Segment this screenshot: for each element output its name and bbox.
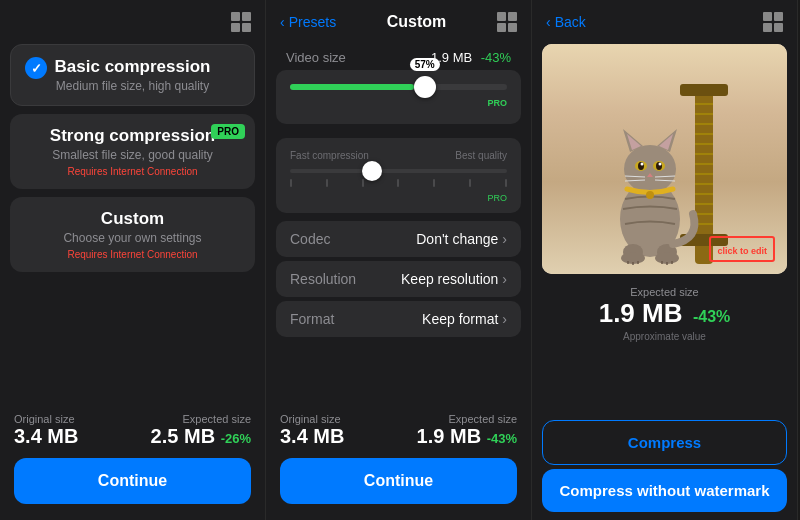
- svg-point-26: [640, 163, 643, 166]
- original-size-value: 3.4 MB: [14, 425, 78, 448]
- panel2-continue-button[interactable]: Continue: [280, 458, 517, 504]
- compress-button[interactable]: Compress: [542, 420, 787, 465]
- quality-track: [290, 169, 507, 173]
- strong-title: Strong compression: [24, 126, 241, 146]
- format-chevron: ›: [502, 311, 507, 327]
- format-row[interactable]: Format Keep format ›: [276, 301, 521, 337]
- resolution-label: Resolution: [290, 271, 356, 287]
- panel2-bottom: Original size 3.4 MB Expected size 1.9 M…: [266, 405, 531, 520]
- slider-fill: [290, 84, 414, 90]
- slider-thumb[interactable]: 57%: [414, 76, 436, 98]
- resolution-row[interactable]: Resolution Keep resolution ›: [276, 261, 521, 297]
- quality-slider[interactable]: PRO: [290, 169, 507, 187]
- check-icon: ✓: [25, 57, 47, 79]
- panel1-header: [0, 0, 265, 40]
- svg-point-17: [624, 145, 676, 193]
- strong-requires: Requires Internet Connection: [24, 166, 241, 177]
- panel2-expected-size: Expected size 1.9 MB -43%: [417, 413, 517, 448]
- best-label: Best quality: [455, 150, 507, 161]
- panel2-original-value: 3.4 MB: [280, 425, 344, 448]
- continue-button[interactable]: Continue: [14, 458, 251, 504]
- custom-subtitle: Choose your own settings: [24, 231, 241, 245]
- cat-image-container: click to edit: [542, 44, 787, 274]
- quality-marks: [290, 179, 507, 187]
- expected-size-label: Expected size: [151, 413, 251, 425]
- back-chevron-icon: ‹: [280, 14, 285, 30]
- quality-ends: Fast compression Best quality: [290, 150, 507, 161]
- option-strong[interactable]: PRO Strong compression Smallest file siz…: [10, 114, 255, 189]
- watermark-box[interactable]: click to edit: [709, 236, 775, 262]
- svg-rect-2: [680, 84, 728, 96]
- quality-pro-note: PRO: [487, 193, 507, 203]
- format-label: Format: [290, 311, 334, 327]
- panel2-original-size: Original size 3.4 MB: [280, 413, 344, 448]
- panel2-expected-value: 1.9 MB -43%: [417, 425, 517, 448]
- panel2-original-label: Original size: [280, 413, 344, 425]
- video-size-change: -43%: [481, 50, 511, 65]
- panel2-expected-change: -43%: [487, 431, 517, 446]
- quality-block: Fast compression Best quality PRO: [276, 138, 521, 213]
- codec-value: Don't change ›: [416, 231, 507, 247]
- video-size-row: Video size 1.9 MB -43%: [286, 48, 511, 66]
- custom-requires: Requires Internet Connection: [24, 249, 241, 260]
- codec-label: Codec: [290, 231, 330, 247]
- resolution-chevron: ›: [502, 271, 507, 287]
- strong-subtitle: Smallest file size, good quality: [24, 148, 241, 162]
- basic-title: Basic compression: [25, 57, 240, 77]
- expected-label: Expected size: [532, 286, 797, 298]
- panel1-bottom: Original size 3.4 MB Expected size 2.5 M…: [0, 405, 265, 520]
- expected-value: 1.9 MB: [599, 298, 683, 328]
- video-size-section: Video size 1.9 MB -43% 57% PRO: [276, 44, 521, 128]
- fast-label: Fast compression: [290, 150, 369, 161]
- panel2-expected-label: Expected size: [417, 413, 517, 425]
- option-basic[interactable]: ✓ Basic compression Medium file size, hi…: [10, 44, 255, 106]
- grid-icon-2[interactable]: [497, 12, 517, 32]
- panel2-title: Custom: [387, 13, 447, 31]
- back-label: Presets: [289, 14, 336, 30]
- format-value: Keep format ›: [422, 311, 507, 327]
- pro-marker: PRO: [487, 98, 507, 108]
- panel2-header: ‹ Presets Custom: [266, 0, 531, 40]
- video-size-values: 1.9 MB -43%: [431, 48, 511, 66]
- resolution-value: Keep resolution ›: [401, 271, 507, 287]
- panel2-size-row: Original size 3.4 MB Expected size 1.9 M…: [280, 413, 517, 448]
- grid-icon-3[interactable]: [763, 12, 783, 32]
- compress-no-watermark-button[interactable]: Compress without watermark: [542, 469, 787, 512]
- panel-custom-settings: ‹ Presets Custom Video size 1.9 MB -43% …: [266, 0, 532, 520]
- panel-preview: ‹ Back: [532, 0, 798, 520]
- expected-size-section: Expected size 1.9 MB -43% Approximate va…: [532, 278, 797, 346]
- pro-badge: PRO: [211, 124, 245, 139]
- basic-subtitle: Medium file size, high quality: [25, 79, 240, 93]
- expected-change: -43%: [693, 308, 730, 325]
- slider-pct-label: 57%: [410, 58, 440, 71]
- expected-size-value: 2.5 MB -26%: [151, 425, 251, 448]
- expected-value-row: 1.9 MB -43%: [532, 298, 797, 329]
- back-label-3: Back: [555, 14, 586, 30]
- watermark-text: click to edit: [717, 246, 767, 256]
- option-custom[interactable]: Custom Choose your own settings Requires…: [10, 197, 255, 272]
- panel3-header: ‹ Back: [532, 0, 797, 40]
- expected-size-group: Expected size 2.5 MB -26%: [151, 413, 251, 448]
- quality-thumb[interactable]: [362, 161, 382, 181]
- back-chevron-icon-3: ‹: [546, 14, 551, 30]
- size-slider[interactable]: 57% PRO: [290, 84, 507, 110]
- slider-track: 57%: [290, 84, 507, 90]
- original-size-group: Original size 3.4 MB: [14, 413, 78, 448]
- back-button[interactable]: ‹ Back: [546, 14, 586, 30]
- video-size-label: Video size: [286, 50, 346, 65]
- codec-chevron: ›: [502, 231, 507, 247]
- size-row: Original size 3.4 MB Expected size 2.5 M…: [14, 413, 251, 448]
- size-slider-block: 57% PRO: [276, 70, 521, 124]
- original-size-label: Original size: [14, 413, 78, 425]
- codec-row[interactable]: Codec Don't change ›: [276, 221, 521, 257]
- expected-size-change: -26%: [221, 431, 251, 446]
- approx-label: Approximate value: [532, 331, 797, 342]
- custom-title: Custom: [24, 209, 241, 229]
- svg-point-27: [658, 163, 661, 166]
- grid-icon[interactable]: [231, 12, 251, 32]
- svg-point-33: [646, 191, 654, 199]
- back-to-presets[interactable]: ‹ Presets: [280, 14, 336, 30]
- panel-compression-options: ✓ Basic compression Medium file size, hi…: [0, 0, 266, 520]
